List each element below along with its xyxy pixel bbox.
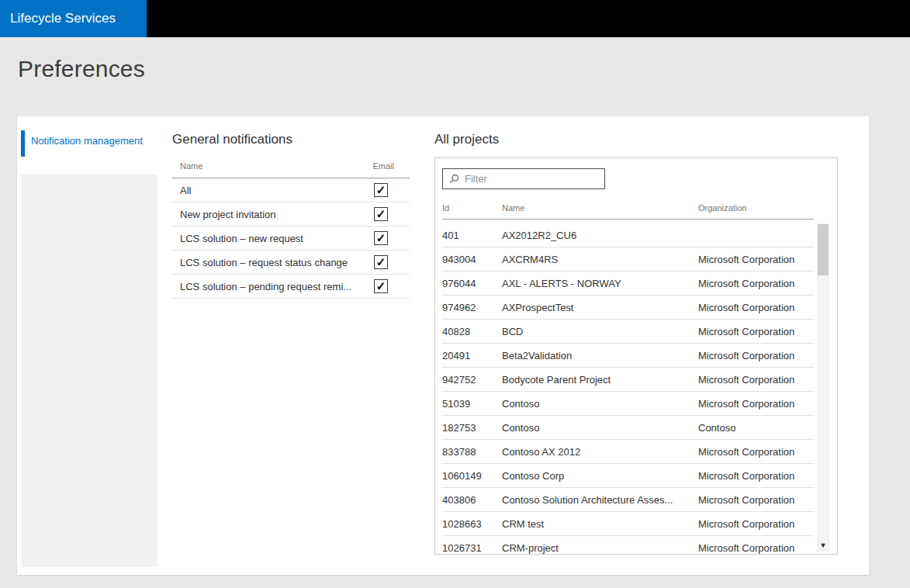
project-name: AXL - ALERTS - NORWAY bbox=[502, 278, 698, 289]
app-title[interactable]: Lifecycle Services bbox=[0, 0, 147, 37]
general-notifications-section: General notifications Name Email All ✓ bbox=[172, 132, 410, 299]
email-checkbox[interactable]: ✓ bbox=[374, 183, 388, 197]
notification-row: All ✓ bbox=[172, 178, 410, 202]
notification-row: LCS solution – new request ✓ bbox=[172, 227, 410, 251]
notification-name: New project invitation bbox=[180, 209, 276, 220]
all-projects-title: All projects bbox=[434, 132, 838, 147]
project-name: CRM test bbox=[502, 518, 698, 530]
checkmark-icon: ✓ bbox=[376, 184, 386, 195]
project-id: 20491 bbox=[442, 350, 502, 361]
column-header-id: Id bbox=[442, 203, 502, 213]
notifications-rows: All ✓ New project invitation ✓ bbox=[172, 178, 410, 299]
project-row[interactable]: 401 AX2012R2_CU6 bbox=[442, 223, 814, 247]
scrollbar-down-button[interactable]: ▼ bbox=[817, 539, 829, 552]
project-organization: Microsoft Corporation bbox=[698, 470, 814, 482]
project-organization: Microsoft Corporation bbox=[698, 518, 814, 530]
project-name: Contoso Solution Architecture Asses... bbox=[502, 494, 698, 506]
project-row[interactable]: 40828 BCD Microsoft Corporation bbox=[442, 320, 814, 344]
column-header-name: Name bbox=[180, 161, 202, 171]
filter-box bbox=[442, 168, 605, 189]
projects-table-header: Id Name Organization bbox=[442, 203, 814, 220]
project-row[interactable]: 20491 Beta2Validation Microsoft Corporat… bbox=[442, 344, 814, 368]
project-id: 1028663 bbox=[442, 518, 502, 530]
page-title: Preferences bbox=[18, 56, 145, 82]
project-row[interactable]: 974962 AXProspectTest Microsoft Corporat… bbox=[442, 296, 814, 320]
email-checkbox[interactable]: ✓ bbox=[374, 279, 388, 293]
sidebar-item-notification-management[interactable]: Notification management bbox=[21, 130, 157, 157]
project-id: 401 bbox=[442, 230, 502, 241]
notification-name: LCS solution – request status change bbox=[180, 257, 348, 268]
project-id: 1060149 bbox=[442, 470, 502, 482]
checkmark-icon: ✓ bbox=[376, 256, 386, 268]
all-projects-section: All projects Id Name Organization bbox=[434, 132, 838, 555]
search-icon bbox=[449, 174, 459, 184]
notification-name: LCS solution – pending request remi... bbox=[180, 281, 351, 292]
email-checkbox[interactable]: ✓ bbox=[374, 255, 388, 269]
project-id: 942752 bbox=[442, 374, 502, 386]
notification-row: New project invitation ✓ bbox=[172, 202, 410, 227]
sidebar-background bbox=[21, 175, 157, 567]
scrollbar-thumb[interactable] bbox=[818, 224, 829, 275]
project-row[interactable]: 942752 Bodycote Parent Project Microsoft… bbox=[442, 368, 814, 392]
project-organization: Microsoft Corporation bbox=[698, 302, 814, 313]
project-organization: Microsoft Corporation bbox=[698, 542, 814, 554]
filter-input[interactable] bbox=[459, 169, 604, 189]
project-name: AXProspectTest bbox=[502, 302, 698, 313]
project-id: 1026731 bbox=[442, 542, 502, 554]
project-name: Contoso bbox=[502, 422, 698, 434]
project-organization: Microsoft Corporation bbox=[698, 374, 814, 386]
project-name: Beta2Validation bbox=[502, 350, 698, 361]
project-organization: Microsoft Corporation bbox=[698, 254, 814, 265]
project-id: 51039 bbox=[442, 398, 502, 410]
project-name: Contoso AX 2012 bbox=[502, 446, 698, 458]
vertical-scrollbar[interactable]: ▼ bbox=[817, 223, 829, 552]
project-name: Contoso Corp bbox=[502, 470, 698, 482]
notification-name: All bbox=[180, 185, 191, 196]
project-organization: Microsoft Corporation bbox=[698, 446, 814, 458]
project-id: 943004 bbox=[442, 254, 502, 265]
column-header-name: Name bbox=[502, 203, 698, 213]
project-row[interactable]: 51039 Contoso Microsoft Corporation bbox=[442, 392, 814, 416]
checkmark-icon: ✓ bbox=[376, 208, 386, 220]
project-id: 833788 bbox=[442, 446, 502, 458]
project-id: 40828 bbox=[442, 326, 502, 337]
project-row[interactable]: 182753 Contoso Contoso bbox=[442, 416, 814, 440]
project-organization: Microsoft Corporation bbox=[698, 350, 814, 361]
project-row[interactable]: 976044 AXL - ALERTS - NORWAY Microsoft C… bbox=[442, 272, 814, 296]
checkmark-icon: ✓ bbox=[376, 232, 386, 244]
project-name: AX2012R2_CU6 bbox=[502, 230, 698, 241]
project-row[interactable]: 833788 Contoso AX 2012 Microsoft Corpora… bbox=[442, 440, 814, 464]
project-organization: Microsoft Corporation bbox=[698, 398, 814, 410]
project-organization: Microsoft Corporation bbox=[698, 326, 814, 337]
project-name: Bodycote Parent Project bbox=[502, 374, 698, 386]
project-id: 182753 bbox=[442, 422, 502, 434]
project-name: BCD bbox=[502, 326, 698, 337]
project-organization: Contoso bbox=[698, 422, 814, 434]
checkmark-icon: ✓ bbox=[376, 280, 386, 292]
projects-grid-panel: Id Name Organization 401 AX2012R2_CU6 bbox=[434, 157, 838, 555]
main-panel: Notification management General notifica… bbox=[17, 116, 869, 575]
notifications-table: Name Email All ✓ New project bbox=[172, 157, 410, 299]
notification-name: LCS solution – new request bbox=[180, 233, 303, 244]
notification-row: LCS solution – pending request remi... ✓ bbox=[172, 275, 410, 299]
project-name: AXCRM4RS bbox=[502, 254, 698, 265]
project-row[interactable]: 1028663 CRM test Microsoft Corporation bbox=[442, 512, 814, 536]
email-checkbox[interactable]: ✓ bbox=[374, 207, 388, 221]
email-checkbox[interactable]: ✓ bbox=[374, 231, 388, 245]
notification-row: LCS solution – request status change ✓ bbox=[172, 251, 410, 275]
project-row[interactable]: 1060149 Contoso Corp Microsoft Corporati… bbox=[442, 464, 814, 488]
chevron-down-icon: ▼ bbox=[820, 541, 827, 549]
projects-rows: 401 AX2012R2_CU6 943004 AXCRM4RS Microso… bbox=[442, 223, 814, 554]
project-id: 976044 bbox=[442, 278, 502, 289]
project-id: 974962 bbox=[442, 302, 502, 313]
top-bar: Lifecycle Services bbox=[0, 0, 910, 37]
project-row[interactable]: 1026731 CRM-project Microsoft Corporatio… bbox=[442, 536, 814, 554]
project-organization: Microsoft Corporation bbox=[698, 494, 814, 506]
project-row[interactable]: 403806 Contoso Solution Architecture Ass… bbox=[442, 488, 814, 512]
column-header-email: Email bbox=[372, 161, 394, 171]
project-row[interactable]: 943004 AXCRM4RS Microsoft Corporation bbox=[442, 247, 814, 272]
lcs-preferences-page: Lifecycle Services Preferences Notificat… bbox=[0, 0, 910, 588]
project-organization: Microsoft Corporation bbox=[698, 278, 814, 289]
notifications-table-header: Name Email bbox=[172, 157, 410, 178]
column-header-organization: Organization bbox=[698, 203, 814, 213]
